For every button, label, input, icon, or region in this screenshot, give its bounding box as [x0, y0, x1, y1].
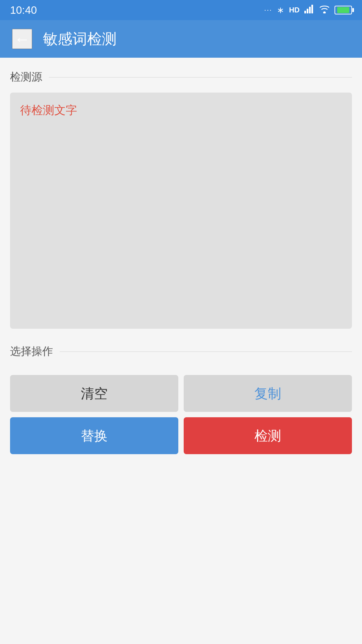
section-divider-2 — [60, 352, 352, 352]
clear-button[interactable]: 清空 — [10, 375, 178, 412]
svg-rect-1 — [307, 9, 308, 13]
section-divider-1 — [49, 77, 352, 77]
operations-label: 选择操作 — [10, 344, 53, 359]
text-input[interactable] — [20, 103, 342, 317]
status-time: 10:40 — [10, 4, 37, 16]
wifi-icon — [319, 5, 330, 16]
page-title: 敏感词检测 — [43, 29, 117, 49]
svg-rect-2 — [309, 7, 311, 13]
status-bar: 10:40 ··· ∗ HD — [0, 0, 362, 20]
text-input-container — [10, 93, 352, 329]
operations-section: 选择操作 清空 复制 替换 检测 — [10, 332, 352, 454]
status-icons: ··· ∗ HD — [264, 5, 352, 16]
replace-button[interactable]: 替换 — [10, 417, 178, 454]
svg-rect-0 — [304, 11, 306, 13]
operations-header: 选择操作 — [10, 332, 352, 367]
main-content: 检测源 选择操作 清空 复制 替换 检测 — [0, 58, 362, 644]
hd-icon: HD — [289, 6, 300, 14]
detection-source-header: 检测源 — [10, 58, 352, 93]
svg-rect-3 — [311, 5, 313, 13]
signal-icon — [304, 5, 314, 16]
buttons-grid: 清空 复制 替换 检测 — [10, 375, 352, 454]
detection-source-label: 检测源 — [10, 70, 42, 85]
bluetooth-icon: ∗ — [277, 5, 284, 15]
dots-icon: ··· — [264, 6, 272, 14]
copy-button[interactable]: 复制 — [184, 375, 352, 412]
back-button[interactable]: ← — [12, 29, 32, 49]
battery-icon — [335, 6, 352, 14]
detect-button[interactable]: 检测 — [184, 417, 352, 454]
app-bar: ← 敏感词检测 — [0, 20, 362, 58]
